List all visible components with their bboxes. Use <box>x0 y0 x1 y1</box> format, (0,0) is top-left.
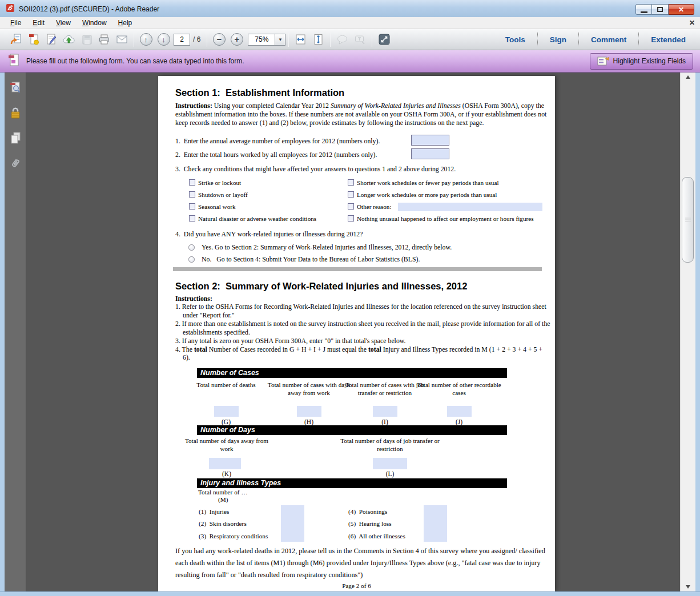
scroll-up-button[interactable] <box>681 73 695 82</box>
checkbox-natural-disaster[interactable] <box>189 215 195 222</box>
zoom-out-button[interactable]: − <box>210 31 228 47</box>
cloud-upload-button[interactable] <box>60 31 78 47</box>
checkbox-label: Nothing unusual happened to affect our e… <box>357 215 534 222</box>
security-lock-icon[interactable] <box>8 105 23 120</box>
highlight-fields-icon <box>597 56 609 66</box>
tools-panel-button[interactable]: Tools <box>493 35 537 44</box>
types-total-label: Total number of … <box>198 489 248 496</box>
hearing-loss-count-field[interactable] <box>424 517 447 529</box>
instruction-item: 1. Refer to the OSHA Forms for Recording… <box>175 303 551 320</box>
section1-instructions: Instructions: Using your completed Calen… <box>175 102 548 127</box>
checkbox-label: Longer work schedules or more pay period… <box>357 191 497 198</box>
highlight-existing-fields-button[interactable]: Highlight Existing Fields <box>590 53 693 70</box>
cases-transfer-field[interactable] <box>373 406 397 417</box>
sign-panel-button[interactable]: Sign <box>538 35 578 44</box>
menu-view[interactable]: View <box>50 18 77 29</box>
reading-mode-button[interactable] <box>375 31 393 47</box>
toolbar-panels: Tools Sign Comment Extended <box>493 29 698 50</box>
other-reason-field[interactable] <box>398 203 542 211</box>
document-area: Section 1: Establishment Information Ins… <box>0 73 700 591</box>
page-number-input[interactable] <box>174 34 190 46</box>
comment-bubble-button <box>333 31 351 47</box>
section2-title: Section 2: Summary of Work-Related Injur… <box>175 281 467 292</box>
summary-table: Number of Cases Total number of deaths T… <box>197 368 507 543</box>
skin-disorders-count-field[interactable] <box>281 517 304 529</box>
previous-page-button[interactable]: ↑ <box>137 31 155 47</box>
toolbar-separator <box>372 32 372 47</box>
cases-days-away-field[interactable] <box>297 406 321 417</box>
total-deaths-field[interactable] <box>214 406 239 417</box>
employees-count-field[interactable] <box>411 135 449 146</box>
checkbox-seasonal-work[interactable] <box>189 203 195 210</box>
scroll-down-button[interactable] <box>681 582 695 591</box>
open-file-button[interactable] <box>7 31 25 47</box>
question2-label: 2. Enter the total hours worked by all e… <box>175 151 377 159</box>
checkbox-other-reason[interactable] <box>348 203 354 210</box>
checkbox-longer-schedules[interactable] <box>348 191 354 198</box>
checkbox-label: Natural disaster or adverse weather cond… <box>198 215 316 222</box>
menu-window[interactable]: Window <box>77 18 112 29</box>
page-thumbnails-icon[interactable] <box>8 80 23 95</box>
window-title: SOII2012 (3).pdf (SECURED) - Adobe Reade… <box>19 5 159 13</box>
vertical-scrollbar[interactable] <box>680 73 695 591</box>
fit-page-button[interactable] <box>309 31 327 47</box>
create-pdf-button[interactable] <box>25 31 42 47</box>
reading-mode-icon <box>378 33 391 46</box>
types-letter: (M) <box>218 496 228 503</box>
respiratory-count-field[interactable] <box>281 529 304 542</box>
injuries-count-field[interactable] <box>281 505 304 517</box>
poisonings-count-field[interactable] <box>424 505 447 517</box>
checkbox-strike-or-lockout[interactable] <box>189 179 195 186</box>
extended-panel-button[interactable]: Extended <box>639 35 698 44</box>
toolbar-separator <box>134 32 134 47</box>
maximize-icon <box>657 7 663 12</box>
menu-help[interactable]: Help <box>112 18 138 29</box>
close-document-icon[interactable]: ✕ <box>689 19 695 27</box>
deaths-comment-note: If you had any work-related deaths in 20… <box>175 545 548 581</box>
instruction-item: 3. If any total is zero on your OSHA For… <box>175 337 551 345</box>
menu-file[interactable]: File <box>5 18 27 29</box>
type-label-skin-disorders: (2) Skin disorders <box>199 520 247 527</box>
layers-pages-icon[interactable] <box>8 130 23 146</box>
text-annotation-icon <box>353 33 367 46</box>
radio-yes[interactable] <box>188 244 195 251</box>
save-button <box>78 31 95 47</box>
menu-bar: File Edit View Window Help ✕ <box>0 17 700 29</box>
close-window-button[interactable]: ✕ <box>669 4 694 15</box>
days-column-label: Total number of days of job transfer or … <box>330 437 450 453</box>
section2-instructions-label: Instructions: <box>175 295 212 303</box>
fit-width-button[interactable] <box>292 31 309 47</box>
sign-document-button[interactable] <box>42 31 60 47</box>
checkbox-shutdown-or-layoff[interactable] <box>189 191 195 198</box>
window-titlebar[interactable]: SOII2012 (3).pdf (SECURED) - Adobe Reade… <box>0 0 700 17</box>
comment-bubble-icon <box>336 33 349 46</box>
toolbar-separator <box>207 32 207 47</box>
next-page-button[interactable]: ↓ <box>155 31 172 47</box>
form-message-bar: Please fill out the following form. You … <box>0 50 700 73</box>
maximize-button[interactable] <box>652 4 669 15</box>
triangle-up-icon <box>686 73 690 79</box>
minimize-button[interactable] <box>635 4 652 15</box>
print-button[interactable] <box>95 31 113 47</box>
attachments-paperclip-icon[interactable] <box>8 155 23 171</box>
checkbox-nothing-unusual[interactable] <box>348 215 354 222</box>
zoom-level-value[interactable]: 75% <box>248 34 275 46</box>
question4-label: 4. Did you have ANY work-related injurie… <box>175 230 363 239</box>
checkbox-shorter-schedules[interactable] <box>348 179 354 186</box>
other-recordable-field[interactable] <box>447 406 472 417</box>
zoom-in-button[interactable]: + <box>228 31 246 47</box>
comment-panel-button[interactable]: Comment <box>579 35 638 44</box>
hours-worked-field[interactable] <box>411 148 449 159</box>
close-icon: ✕ <box>678 6 684 14</box>
checkbox-label: Other reason: <box>357 203 392 210</box>
other-illnesses-count-field[interactable] <box>424 529 447 542</box>
days-transfer-field[interactable] <box>373 458 407 469</box>
zoom-dropdown-button[interactable]: ▼ <box>275 34 285 46</box>
days-away-field[interactable] <box>209 458 241 469</box>
question1-label: 1. Enter the annual average number of em… <box>175 137 380 146</box>
menu-edit[interactable]: Edit <box>27 18 50 29</box>
save-icon <box>81 33 93 46</box>
email-button[interactable] <box>113 31 131 47</box>
radio-no[interactable] <box>188 256 195 263</box>
scrollbar-thumb[interactable] <box>682 177 694 263</box>
